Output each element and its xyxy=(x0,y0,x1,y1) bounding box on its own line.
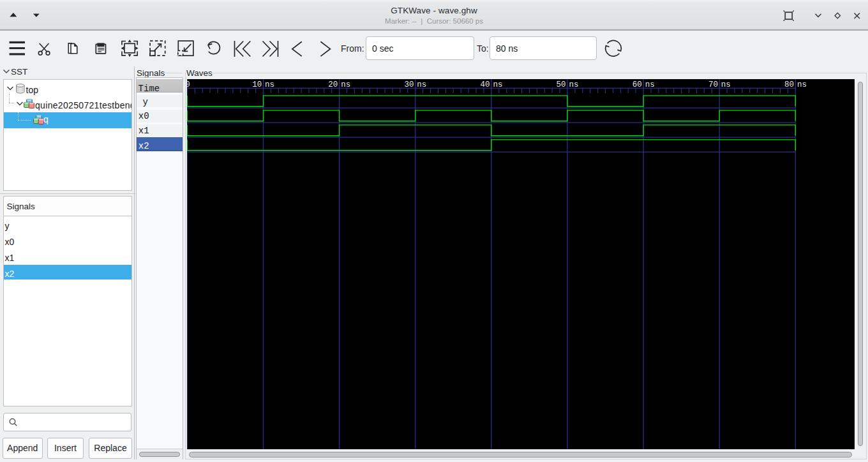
svg-text:ns: ns xyxy=(797,80,807,89)
svg-text:20: 20 xyxy=(328,80,338,89)
svg-text:40: 40 xyxy=(480,80,490,89)
svg-text:80: 80 xyxy=(784,80,794,89)
svg-text:ns: ns xyxy=(265,80,274,89)
svg-text:70: 70 xyxy=(708,80,718,89)
svg-text:ns: ns xyxy=(417,80,426,89)
svg-text:ns: ns xyxy=(341,80,350,89)
svg-text:ns: ns xyxy=(645,80,655,89)
svg-text:ns: ns xyxy=(721,80,731,89)
svg-text:10: 10 xyxy=(252,80,262,89)
svg-text:30: 30 xyxy=(404,80,414,89)
svg-text:60: 60 xyxy=(632,80,642,89)
svg-text:50: 50 xyxy=(557,80,566,89)
svg-text:0: 0 xyxy=(187,80,190,89)
svg-text:ns: ns xyxy=(493,80,502,89)
svg-text:ns: ns xyxy=(569,80,579,89)
